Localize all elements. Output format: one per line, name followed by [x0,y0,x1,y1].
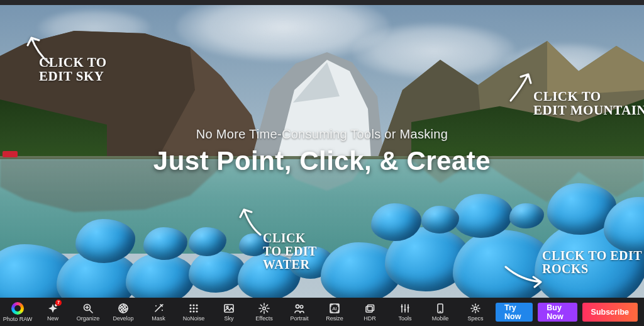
toolbar-label: Portrait [290,315,308,322]
svg-line-28 [260,310,262,312]
bottom-toolbar: Photo RAW7NewOrganizeDevelopMaskNoNoiseS… [0,298,644,326]
svg-point-7 [155,305,157,306]
svg-line-25 [260,305,262,306]
svg-text:AI: AI [332,306,337,312]
svg-point-43 [474,306,477,310]
toolbar-label: Develop [113,315,133,322]
svg-point-19 [226,306,228,308]
svg-point-30 [300,305,303,308]
svg-point-17 [196,310,197,312]
svg-rect-34 [368,305,374,310]
toolbar-label: Organize [77,315,100,322]
svg-line-26 [267,310,268,312]
toolbar-effects[interactable]: Effects [247,298,282,326]
app-root: CLICK TO EDIT SKY CLICK TO EDIT MOUNTAIN… [0,0,644,326]
toolbar-label: Photo RAW [3,316,33,322]
toolbar-label: New [47,315,58,322]
toolbar-hdr[interactable]: HDR [352,298,387,326]
svg-point-20 [263,306,266,310]
search-plus-icon [82,303,94,314]
svg-point-14 [196,307,197,309]
new-badge: 7 [55,300,62,306]
svg-point-9 [189,304,191,306]
toolbar-label: Effects [255,315,272,322]
window-top-bar [0,0,644,5]
svg-point-8 [162,310,163,311]
rocks-region[interactable] [0,172,644,298]
svg-rect-40 [408,306,409,308]
svg-point-15 [189,310,191,312]
aperture-icon [118,303,129,314]
toolbar-tools[interactable]: Tools [387,298,423,326]
hero-tagline: No More Time-Consuming Tools or Masking [0,127,644,142]
svg-rect-38 [401,306,403,308]
toolbar-mobile[interactable]: Mobile [423,298,458,326]
toolbar-label: HDR [364,315,376,322]
toolbar-organize[interactable]: Organize [70,298,106,326]
brand-logo-icon [11,302,24,315]
toolbar-portrait[interactable]: Portrait [282,298,317,326]
toolbar-resize[interactable]: AIResize [317,298,352,326]
resize-icon: AI [329,303,340,314]
svg-point-12 [189,307,191,309]
svg-line-2 [90,310,93,313]
image-icon [223,303,235,314]
gear-icon [470,303,481,314]
toolbar-label: Resize [326,315,343,322]
burst-icon [258,303,270,314]
sliders-icon [399,303,411,314]
toolbar-label: Sky [224,315,233,322]
svg-point-29 [296,305,299,308]
svg-line-27 [267,305,268,306]
cta-group: Try Now Buy Now Subscribe [493,298,644,326]
svg-rect-33 [366,306,372,312]
try-now-button[interactable]: Try Now [496,303,533,322]
toolbar-specs[interactable]: Specs [458,298,493,326]
toolbar-label: Specs [467,315,483,322]
toolbar-mask[interactable]: Mask [141,298,176,326]
annotation-mountains: CLICK TO EDIT MOUNTAINS [533,89,644,117]
people-icon [294,303,305,314]
hero-image: CLICK TO EDIT SKY CLICK TO EDIT MOUNTAIN… [0,5,644,298]
phone-icon [435,303,446,314]
svg-point-13 [192,307,194,309]
toolbar-label: Mobile [432,315,449,322]
hero-headline: Just Point, Click, & Create [0,146,644,176]
toolbar-label: Tools [398,315,411,322]
svg-point-16 [192,310,194,312]
toolbar-label: NoNoise [183,315,205,322]
svg-rect-39 [404,309,406,311]
stack-icon [364,303,375,314]
annotation-water: CLICK TO EDIT WATER [263,232,317,271]
annotation-sky: CLICK TO EDIT SKY [39,55,107,83]
arrow-icon [502,262,546,287]
toolbar-develop[interactable]: Develop [106,298,141,326]
annotation-rocks: CLICK TO EDIT ROCKS [542,249,642,276]
buy-now-button[interactable]: Buy Now [538,303,577,322]
wand-icon [153,303,164,314]
svg-point-11 [196,304,197,306]
svg-point-10 [192,304,194,306]
toolbar-sky[interactable]: Sky [211,298,247,326]
toolbar-label: Mask [152,315,165,322]
toolbar-nonoise[interactable]: NoNoise [176,298,211,326]
grid-icon [188,303,199,314]
subscribe-button[interactable]: Subscribe [582,303,638,322]
toolbar-photo-raw[interactable]: Photo RAW [0,298,35,326]
toolbar-new[interactable]: 7New [35,298,70,326]
